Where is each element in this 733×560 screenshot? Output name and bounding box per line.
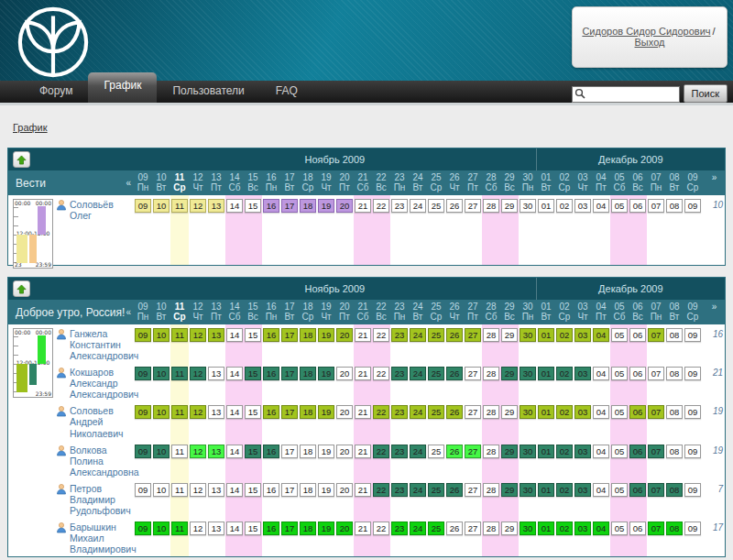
day-cell[interactable]: 18 <box>299 195 317 265</box>
day-column-header[interactable]: 14Сб <box>225 170 244 195</box>
day-cell[interactable]: 16 <box>262 363 280 401</box>
day-cell[interactable]: 07 <box>647 441 665 479</box>
day-cell[interactable]: 26 <box>445 324 464 363</box>
day-cell[interactable]: 18 <box>299 324 317 363</box>
day-cell[interactable]: 29 <box>500 479 519 518</box>
day-column-header[interactable]: 28Сб <box>482 300 500 324</box>
nav-tab-0[interactable]: Форум <box>24 79 88 103</box>
day-cell[interactable]: 12 <box>189 363 207 401</box>
day-cell[interactable]: 22 <box>372 441 390 479</box>
day-cell[interactable]: 23 <box>390 479 409 518</box>
day-column-header[interactable]: 01Вт <box>537 300 555 324</box>
day-cell[interactable]: 14 <box>225 363 244 401</box>
day-cell[interactable]: 09 <box>134 401 152 440</box>
day-column-header[interactable]: 12Чт <box>189 300 207 324</box>
day-cell[interactable]: 09 <box>134 518 152 556</box>
logout-link[interactable]: Выход <box>635 37 665 48</box>
day-cell[interactable]: 09 <box>684 195 702 265</box>
day-cell[interactable]: 20 <box>335 479 354 518</box>
collapse-table-button[interactable] <box>13 151 30 168</box>
person-name-link[interactable]: Барышкин Михаил Владимирович <box>70 522 137 555</box>
day-cell[interactable]: 11 <box>170 195 189 265</box>
day-cell[interactable]: 13 <box>207 479 225 518</box>
day-cell[interactable]: 23 <box>390 195 409 265</box>
day-cell[interactable]: 18 <box>299 401 317 440</box>
day-column-header[interactable]: 25Ср <box>427 170 445 195</box>
day-cell[interactable]: 03 <box>574 363 592 401</box>
day-cell[interactable]: 03 <box>574 401 592 440</box>
collapse-table-button[interactable] <box>13 280 30 297</box>
day-cell[interactable]: 08 <box>665 441 684 479</box>
day-cell[interactable]: 28 <box>482 441 500 479</box>
day-column-header[interactable]: 02Ср <box>555 170 574 195</box>
day-cell[interactable]: 23 <box>390 401 409 440</box>
day-cell[interactable]: 30 <box>519 195 537 265</box>
day-cell[interactable]: 01 <box>537 479 555 518</box>
day-cell[interactable]: 12 <box>189 324 207 363</box>
day-cell[interactable]: 12 <box>189 195 207 265</box>
day-cell[interactable]: 24 <box>409 518 427 556</box>
day-column-header[interactable]: 23Пн <box>390 170 409 195</box>
day-cell[interactable]: 17 <box>280 363 299 401</box>
day-cell[interactable]: 03 <box>574 324 592 363</box>
day-cell[interactable]: 04 <box>592 324 610 363</box>
day-cell[interactable]: 07 <box>647 479 665 518</box>
day-cell[interactable]: 03 <box>574 195 592 265</box>
day-cell[interactable]: 04 <box>592 479 610 518</box>
day-column-header[interactable]: 03Чт <box>574 170 592 195</box>
day-cell[interactable]: 01 <box>537 518 555 556</box>
day-cell[interactable]: 08 <box>665 363 684 401</box>
day-cell[interactable]: 02 <box>555 518 574 556</box>
day-column-header[interactable]: 22Вс <box>372 170 390 195</box>
day-cell[interactable]: 26 <box>445 363 464 401</box>
day-column-header[interactable]: 06Вс <box>629 170 647 195</box>
day-cell[interactable]: 02 <box>555 401 574 440</box>
day-cell[interactable]: 06 <box>629 441 647 479</box>
day-cell[interactable]: 09 <box>684 401 702 440</box>
day-cell[interactable]: 07 <box>647 363 665 401</box>
day-cell[interactable]: 14 <box>225 195 244 265</box>
day-column-header[interactable]: 13Пт <box>207 170 225 195</box>
day-cell[interactable]: 30 <box>519 324 537 363</box>
day-cell[interactable]: 20 <box>335 324 354 363</box>
day-cell[interactable]: 29 <box>500 324 519 363</box>
day-column-header[interactable]: 16Пн <box>262 300 280 324</box>
day-cell[interactable]: 06 <box>629 479 647 518</box>
day-cell[interactable]: 02 <box>555 441 574 479</box>
day-cell[interactable]: 21 <box>354 401 372 440</box>
user-profile-link[interactable]: Сидоров Сидор Сидорович <box>582 26 710 37</box>
day-column-header[interactable]: 17Вт <box>280 300 299 324</box>
day-cell[interactable]: 21 <box>354 479 372 518</box>
day-column-header[interactable]: 29Вс <box>500 170 519 195</box>
day-cell[interactable]: 23 <box>390 363 409 401</box>
day-cell[interactable]: 04 <box>592 401 610 440</box>
day-cell[interactable]: 10 <box>152 324 170 363</box>
day-cell[interactable]: 27 <box>464 324 482 363</box>
day-cell[interactable]: 23 <box>390 441 409 479</box>
breadcrumb[interactable]: График <box>13 122 48 133</box>
day-cell[interactable]: 09 <box>684 324 702 363</box>
day-cell[interactable]: 12 <box>189 401 207 440</box>
day-cell[interactable]: 26 <box>445 195 464 265</box>
nav-tab-2[interactable]: Пользователи <box>157 79 259 103</box>
day-cell[interactable]: 11 <box>170 324 189 363</box>
day-cell[interactable]: 05 <box>610 195 629 265</box>
day-cell[interactable]: 24 <box>409 441 427 479</box>
day-cell[interactable]: 29 <box>500 401 519 440</box>
day-cell[interactable]: 19 <box>317 363 335 401</box>
day-cell[interactable]: 11 <box>170 363 189 401</box>
day-cell[interactable]: 13 <box>207 363 225 401</box>
day-cell[interactable]: 15 <box>244 441 262 479</box>
day-column-header[interactable]: 21Сб <box>354 300 372 324</box>
day-cell[interactable]: 14 <box>225 479 244 518</box>
search-input[interactable] <box>572 86 680 103</box>
day-column-header[interactable]: 04Пт <box>592 300 610 324</box>
day-cell[interactable]: 20 <box>335 401 354 440</box>
day-cell[interactable]: 04 <box>592 363 610 401</box>
day-column-header[interactable]: 17Вт <box>280 170 299 195</box>
day-cell[interactable]: 03 <box>574 518 592 556</box>
day-column-header[interactable]: 10Вт <box>152 170 170 195</box>
day-cell[interactable]: 27 <box>464 441 482 479</box>
day-cell[interactable]: 05 <box>610 401 629 440</box>
day-cell[interactable]: 19 <box>317 324 335 363</box>
